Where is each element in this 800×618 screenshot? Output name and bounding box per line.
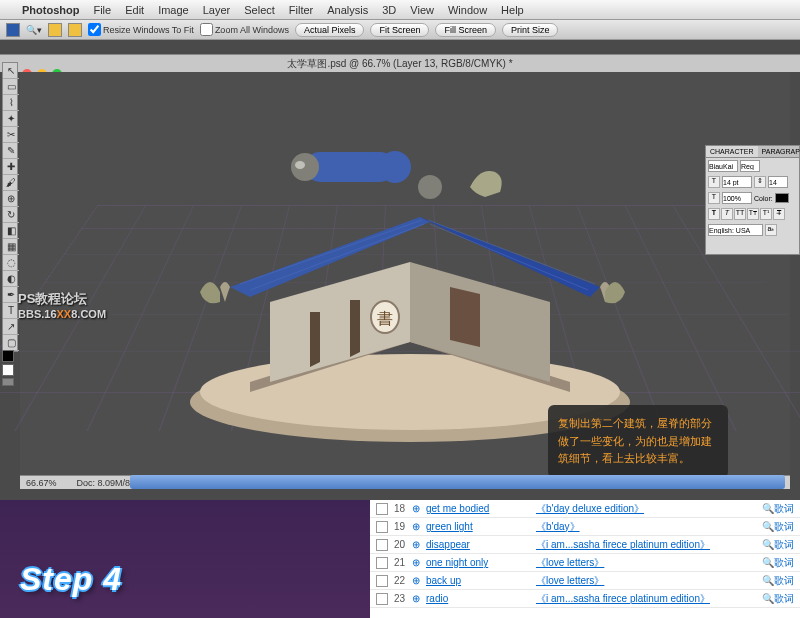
blur-tool-icon[interactable]: ◌ — [3, 255, 19, 271]
wand-tool-icon[interactable]: ✦ — [3, 111, 19, 127]
eraser-tool-icon[interactable]: ◧ — [3, 223, 19, 239]
row-checkbox[interactable] — [376, 521, 388, 533]
play-icon[interactable]: ⊕ — [412, 539, 426, 550]
caps-icon[interactable]: TT — [734, 208, 746, 220]
fill-screen-button[interactable]: Fill Screen — [435, 23, 496, 37]
menu-view[interactable]: View — [410, 4, 434, 16]
dodge-tool-icon[interactable]: ◐ — [3, 271, 19, 287]
gradient-tool-icon[interactable]: ▦ — [3, 239, 19, 255]
play-icon[interactable]: ⊕ — [412, 593, 426, 604]
bold-icon[interactable]: T — [708, 208, 720, 220]
font-style[interactable] — [740, 160, 760, 172]
lyrics-link[interactable]: 歌词 — [774, 574, 794, 588]
svg-point-19 — [295, 161, 305, 169]
tracking-input[interactable] — [722, 192, 752, 204]
color-swatch[interactable] — [775, 193, 789, 203]
menu-edit[interactable]: Edit — [125, 4, 144, 16]
stamp-tool-icon[interactable]: ⊕ — [3, 191, 19, 207]
song-link[interactable]: one night only — [426, 557, 536, 568]
fit-screen-button[interactable]: Fit Screen — [370, 23, 429, 37]
play-icon[interactable]: ⊕ — [412, 521, 426, 532]
search-icon[interactable]: 🔍 — [762, 557, 774, 568]
zoom-in-icon[interactable] — [48, 23, 62, 37]
album-link[interactable]: 《love letters》 — [536, 556, 762, 570]
pen-tool-icon[interactable]: ✒ — [3, 287, 19, 303]
search-icon[interactable]: 🔍 — [762, 575, 774, 586]
song-link[interactable]: disappear — [426, 539, 536, 550]
row-checkbox[interactable] — [376, 575, 388, 587]
bg-color[interactable] — [2, 364, 14, 376]
paragraph-tab[interactable]: PARAGRAPH — [758, 146, 800, 157]
history-brush-icon[interactable]: ↻ — [3, 207, 19, 223]
search-icon[interactable]: 🔍 — [762, 521, 774, 532]
menu-filter[interactable]: Filter — [289, 4, 313, 16]
app-name[interactable]: Photoshop — [22, 4, 79, 16]
song-link[interactable]: back up — [426, 575, 536, 586]
play-icon[interactable]: ⊕ — [412, 503, 426, 514]
horizontal-scrollbar[interactable] — [130, 475, 785, 489]
quickmask-icon[interactable] — [2, 378, 14, 386]
language-select[interactable] — [708, 224, 763, 236]
leading-input[interactable] — [768, 176, 788, 188]
search-icon[interactable]: 🔍 — [762, 593, 774, 604]
lyrics-link[interactable]: 歌词 — [774, 592, 794, 606]
row-checkbox[interactable] — [376, 593, 388, 605]
song-link[interactable]: radio — [426, 593, 536, 604]
font-size[interactable] — [722, 176, 752, 188]
smallcaps-icon[interactable]: Tᴛ — [747, 208, 759, 220]
lyrics-link[interactable]: 歌词 — [774, 520, 794, 534]
crop-tool-icon[interactable]: ✂ — [3, 127, 19, 143]
song-link[interactable]: green light — [426, 521, 536, 532]
healing-tool-icon[interactable]: ✚ — [3, 159, 19, 175]
move-tool-icon[interactable]: ↖ — [3, 63, 19, 79]
menu-layer[interactable]: Layer — [203, 4, 231, 16]
menu-file[interactable]: File — [93, 4, 111, 16]
fg-color[interactable] — [2, 350, 14, 362]
annotation-box: 复制出第二个建筑，屋脊的部分做了一些变化，为的也是增加建筑细节，看上去比较丰富。 — [548, 405, 728, 478]
zoom-level[interactable]: 66.67% — [26, 478, 57, 488]
character-tab[interactable]: CHARACTER — [706, 146, 758, 157]
type-tool-icon[interactable]: T — [3, 303, 19, 319]
brush-tool-icon[interactable]: 🖌 — [3, 175, 19, 191]
menu-help[interactable]: Help — [501, 4, 524, 16]
album-link[interactable]: 《b'day deluxe edition》 — [536, 502, 762, 516]
menu-analysis[interactable]: Analysis — [327, 4, 368, 16]
album-link[interactable]: 《love letters》 — [536, 574, 762, 588]
menu-window[interactable]: Window — [448, 4, 487, 16]
play-icon[interactable]: ⊕ — [412, 575, 426, 586]
album-link[interactable]: 《b'day》 — [536, 520, 762, 534]
menu-image[interactable]: Image — [158, 4, 189, 16]
document-tab[interactable]: 太学草图.psd @ 66.7% (Layer 13, RGB/8/CMYK) … — [0, 54, 800, 72]
song-link[interactable]: get me bodied — [426, 503, 536, 514]
eyedropper-tool-icon[interactable]: ✎ — [3, 143, 19, 159]
row-checkbox[interactable] — [376, 539, 388, 551]
menu-3d[interactable]: 3D — [382, 4, 396, 16]
aa-icon[interactable]: aₐ — [765, 224, 777, 236]
path-tool-icon[interactable]: ↗ — [3, 319, 19, 335]
lyrics-link[interactable]: 歌词 — [774, 556, 794, 570]
play-icon[interactable]: ⊕ — [412, 557, 426, 568]
row-checkbox[interactable] — [376, 503, 388, 515]
lyrics-link[interactable]: 歌词 — [774, 538, 794, 552]
italic-icon[interactable]: T — [721, 208, 733, 220]
album-link[interactable]: 《i am...sasha firece platinum edition》 — [536, 592, 762, 606]
search-icon[interactable]: 🔍 — [762, 503, 774, 514]
marquee-tool-icon[interactable]: ▭ — [3, 79, 19, 95]
shape-tool-icon[interactable]: ▢ — [3, 335, 19, 351]
strike-icon[interactable]: T̶ — [773, 208, 785, 220]
resize-windows-checkbox[interactable]: Resize Windows To Fit — [88, 23, 194, 36]
menu-select[interactable]: Select — [244, 4, 275, 16]
zoom-out-icon[interactable] — [68, 23, 82, 37]
lyrics-link[interactable]: 歌词 — [774, 502, 794, 516]
actual-pixels-button[interactable]: Actual Pixels — [295, 23, 365, 37]
zoom-tool-icon[interactable]: 🔍▾ — [26, 25, 42, 35]
search-icon[interactable]: 🔍 — [762, 539, 774, 550]
super-icon[interactable]: T¹ — [760, 208, 772, 220]
zoom-all-checkbox[interactable]: Zoom All Windows — [200, 23, 289, 36]
row-checkbox[interactable] — [376, 557, 388, 569]
album-link[interactable]: 《i am...sasha firece platinum edition》 — [536, 538, 762, 552]
print-size-button[interactable]: Print Size — [502, 23, 559, 37]
color-swatches[interactable] — [2, 350, 18, 388]
lasso-tool-icon[interactable]: ⌇ — [3, 95, 19, 111]
font-select[interactable] — [708, 160, 738, 172]
